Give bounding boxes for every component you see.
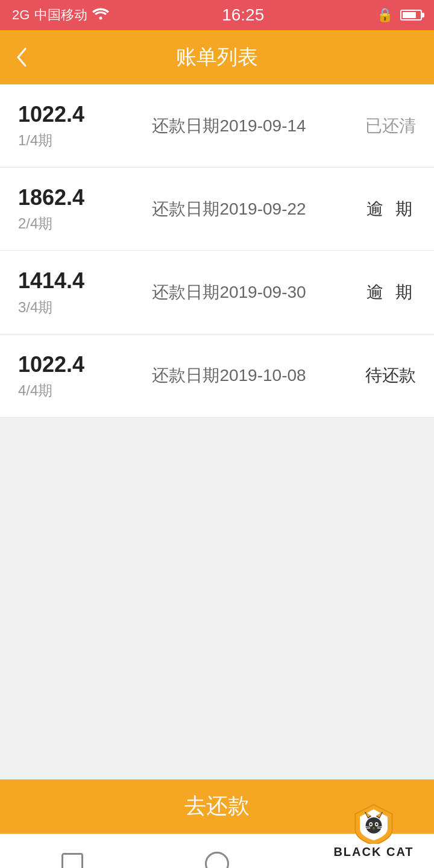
- status-left: 2G 中国移动: [12, 6, 109, 24]
- pay-button-label: 去还款: [184, 791, 250, 821]
- svg-point-9: [376, 823, 377, 825]
- bill-period-3: 4/4期: [18, 381, 115, 400]
- status-right: 🔒: [377, 7, 422, 23]
- bill-status-0: 已还清: [344, 115, 416, 137]
- signal-icon: 2G: [12, 7, 30, 23]
- bill-left-3: 1022.4 4/4期: [18, 351, 115, 400]
- bill-item[interactable]: 1414.4 3/4期 还款日期2019-09-30 逾 期: [0, 251, 434, 334]
- battery-icon: [400, 10, 422, 20]
- empty-space: [0, 418, 434, 779]
- bill-left-2: 1414.4 3/4期: [18, 268, 115, 316]
- nav-circle-icon: [205, 852, 229, 868]
- status-time: 16:25: [222, 5, 264, 25]
- lock-icon: 🔒: [377, 7, 393, 23]
- bill-status-2: 逾 期: [344, 281, 416, 304]
- carrier-text: 中国移动: [34, 6, 87, 24]
- bill-date-1: 还款日期2019-09-22: [115, 198, 344, 221]
- bill-item[interactable]: 1022.4 4/4期 还款日期2019-10-08 待还款: [0, 335, 434, 418]
- nav-bar: BLACK CAT: [0, 834, 434, 868]
- svg-point-8: [370, 823, 372, 825]
- bill-left-1: 1862.4 2/4期: [18, 184, 115, 233]
- back-button[interactable]: [12, 44, 30, 71]
- nav-item-back[interactable]: [0, 853, 145, 868]
- bill-left-0: 1022.4 1/4期: [18, 101, 115, 150]
- bill-period-1: 2/4期: [18, 214, 115, 233]
- bill-amount-2: 1414.4: [18, 268, 115, 294]
- bill-date-2: 还款日期2019-09-30: [115, 281, 344, 304]
- bill-status-1: 逾 期: [344, 198, 416, 221]
- bill-period-2: 3/4期: [18, 298, 115, 317]
- page-title: 账单列表: [176, 43, 258, 71]
- header: 账单列表: [0, 30, 434, 84]
- nav-item-home[interactable]: [145, 852, 289, 868]
- bill-amount-1: 1862.4: [18, 184, 115, 210]
- blackcat-text-label: BLACK CAT: [333, 845, 414, 859]
- svg-point-0: [99, 17, 102, 20]
- bill-amount-0: 1022.4: [18, 101, 115, 127]
- nav-square-icon: [61, 853, 83, 868]
- bill-item[interactable]: 1862.4 2/4期 还款日期2019-09-22 逾 期: [0, 168, 434, 251]
- bill-item[interactable]: 1022.4 1/4期 还款日期2019-09-14 已还清: [0, 84, 434, 168]
- content-area: 1022.4 1/4期 还款日期2019-09-14 已还清 1862.4 2/…: [0, 84, 434, 779]
- bill-date-0: 还款日期2019-09-14: [115, 115, 344, 137]
- status-bar: 2G 中国移动 16:25 🔒: [0, 0, 434, 30]
- wifi-icon: [92, 7, 109, 24]
- svg-point-1: [366, 817, 382, 834]
- bill-period-0: 1/4期: [18, 131, 115, 150]
- bill-amount-3: 1022.4: [18, 351, 115, 377]
- bill-date-3: 还款日期2019-10-08: [115, 364, 344, 387]
- blackcat-watermark: BLACK CAT: [313, 804, 434, 864]
- bill-list: 1022.4 1/4期 还款日期2019-09-14 已还清 1862.4 2/…: [0, 84, 434, 418]
- bill-status-3: 待还款: [344, 364, 416, 387]
